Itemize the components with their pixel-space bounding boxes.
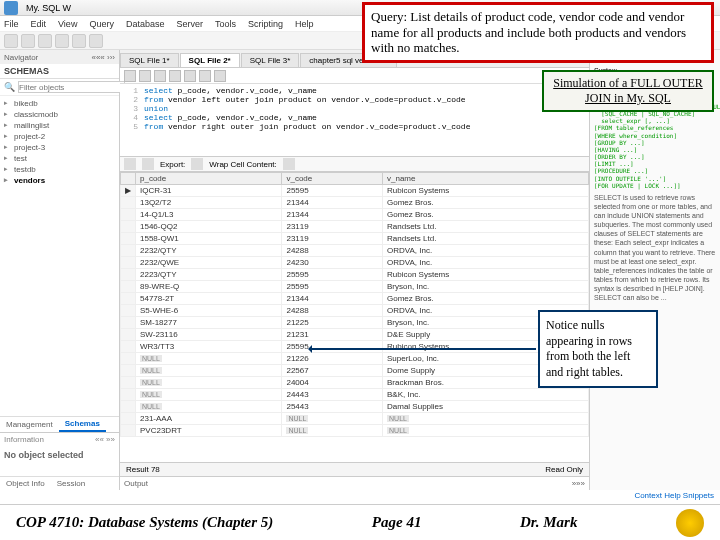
sql-tab-active[interactable]: SQL File 2* [180,53,240,67]
wrap-icon[interactable] [283,158,295,170]
schema-tree: bikedb classicmodb mailinglist project-2… [0,96,119,416]
open-file-icon[interactable] [124,70,136,82]
tree-item[interactable]: bikedb [2,98,117,109]
footer-center: Page 41 [372,514,422,531]
export-label: Export: [160,160,185,169]
editor-toolbar: Query 1 [120,68,589,84]
result-grid[interactable]: p_codev_codev_name▶IQCR-3125595Rubicon S… [120,172,589,462]
tab-session[interactable]: Session [51,477,91,490]
stop-icon[interactable] [199,70,211,82]
tree-item[interactable]: test [2,153,117,164]
execute-step-icon[interactable] [169,70,181,82]
tool-db-icon[interactable] [55,34,69,48]
tree-item[interactable]: project-3 [2,142,117,153]
sql-tab[interactable]: SQL File 1* [120,53,179,67]
sql-tab[interactable]: SQL File 3* [241,53,300,67]
menu-database[interactable]: Database [126,19,165,29]
help-body: SELECT is used to retrieve rows selected… [594,193,716,302]
output-label: Output [124,479,148,488]
filter-icon: 🔍 [4,82,15,92]
commit-icon[interactable] [214,70,226,82]
schemas-label: SCHEMAS [0,64,119,79]
result-tab[interactable]: Result 78 [126,465,160,474]
tool-open-icon[interactable] [21,34,35,48]
result-toolbar: Export: Wrap Cell Content: [120,156,589,172]
callout-simulation: Simulation of a FULL OUTER JOIN in My. S… [542,70,714,112]
footer-left: COP 4710: Database Systems (Chapter 5) [16,514,273,531]
menu-help[interactable]: Help [295,19,314,29]
filter-icon[interactable] [142,158,154,170]
window-title: My. SQL W [26,3,71,13]
home-icon[interactable] [4,1,18,15]
tree-item[interactable]: mailinglist [2,120,117,131]
menu-tools[interactable]: Tools [215,19,236,29]
tool-gear-icon[interactable] [72,34,86,48]
tool-folder-icon[interactable] [38,34,52,48]
editor-area: SQL File 1* SQL File 2* SQL File 3* chap… [120,50,590,490]
tab-schemas[interactable]: Schemas [59,417,106,432]
navigator-header: Navigator ««« ››› [0,50,119,64]
menu-edit[interactable]: Edit [31,19,47,29]
information-header: Information [4,435,44,444]
tree-item[interactable]: testdb [2,164,117,175]
wrap-label: Wrap Cell Content: [209,160,276,169]
tree-item[interactable]: project-2 [2,131,117,142]
tab-object-info[interactable]: Object Info [0,477,51,490]
tool-more-icon[interactable] [89,34,103,48]
ucf-logo-icon [676,509,704,537]
arrow-icon [310,348,536,350]
callout-nulls: Notice nulls appearing in rows from both… [538,310,658,388]
callout-query: Query: List details of product code, ven… [362,2,714,63]
sql-editor[interactable]: 1select p_code, vendor.v_code, v_name2fr… [120,84,589,156]
footer-right: Dr. Mark [520,514,578,531]
tree-item[interactable]: classicmodb [2,109,117,120]
menu-server[interactable]: Server [176,19,203,29]
navigator-panel: Navigator ««« ››› SCHEMAS 🔍 bikedb class… [0,50,120,490]
context-help-panel: Topic: SELECT Syntax: SELECT [ALL | DIST… [590,50,720,490]
no-object-selected: No object selected [0,446,119,464]
menu-file[interactable]: File [4,19,19,29]
menu-view[interactable]: View [58,19,77,29]
explain-icon[interactable] [184,70,196,82]
save-icon[interactable] [139,70,151,82]
menu-query[interactable]: Query [89,19,114,29]
export-icon[interactable] [191,158,203,170]
tool-new-sql-icon[interactable] [4,34,18,48]
slide-footer: COP 4710: Database Systems (Chapter 5) P… [0,504,720,540]
execute-icon[interactable] [154,70,166,82]
grid-icon[interactable] [124,158,136,170]
menu-scripting[interactable]: Scripting [248,19,283,29]
filter-objects-input[interactable] [18,81,125,93]
tab-management[interactable]: Management [0,418,59,431]
tree-item-active[interactable]: vendors [2,175,117,186]
read-only-label: Read Only [545,465,583,474]
